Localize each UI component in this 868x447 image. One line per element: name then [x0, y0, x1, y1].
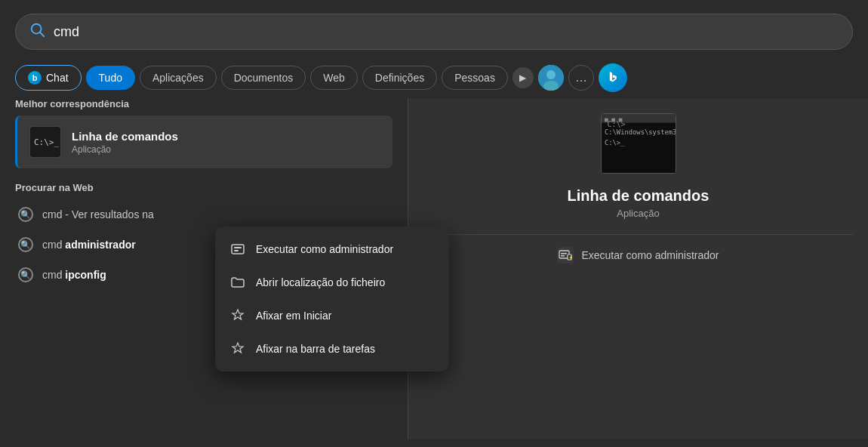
- avatar[interactable]: [538, 65, 564, 91]
- svg-text:C:\>_: C:\>_: [34, 137, 59, 147]
- best-match-item-subtitle: Aplicação: [72, 144, 178, 155]
- tab-documentos-label: Documentos: [234, 72, 294, 84]
- svg-text:C:\Windows\system32: C:\Windows\system32: [604, 128, 675, 136]
- web-search-label-admin: cmd administrador: [42, 239, 136, 251]
- right-panel-app-type: Aplicação: [617, 208, 659, 219]
- svg-rect-16: [561, 253, 567, 254]
- right-panel-app-name: Linha de comandos: [568, 187, 709, 205]
- right-panel: ■ ■ ■ C:\Windows\system32 C:\>_ Linha de…: [408, 98, 868, 439]
- svg-point-3: [546, 70, 556, 79]
- search-input-text: cmd: [54, 24, 839, 40]
- tab-aplicacoes[interactable]: Aplicações: [140, 66, 217, 90]
- tab-chat-label: Chat: [46, 72, 69, 84]
- tab-pessoas[interactable]: Pessoas: [442, 66, 508, 90]
- svg-rect-17: [561, 255, 565, 257]
- web-search-title: Procurar na Web: [15, 182, 392, 193]
- tab-tudo-label: Tudo: [99, 72, 122, 84]
- ctx-run-as-admin[interactable]: Executar como administrador: [215, 233, 449, 266]
- web-search-label-ipconfig: cmd ipconfig: [42, 269, 106, 281]
- tabs-row: b Chat Tudo Aplicações Documentos Web De…: [0, 57, 868, 98]
- svg-rect-7: [232, 245, 244, 254]
- svg-line-1: [40, 32, 44, 36]
- right-panel-action-row[interactable]: ⚡ Executar como administrador: [557, 247, 719, 264]
- best-match-text: Linha de comandos Aplicação: [72, 130, 178, 155]
- app-preview-icon: ■ ■ ■ C:\Windows\system32 C:\>_: [601, 113, 676, 174]
- ctx-run-as-admin-label: Executar como administrador: [256, 243, 393, 255]
- search-bar-container: cmd: [0, 0, 868, 57]
- tab-documentos[interactable]: Documentos: [221, 66, 306, 90]
- tab-web[interactable]: Web: [310, 66, 358, 90]
- ctx-pin-start-label: Afixar em Iniciar: [256, 310, 331, 322]
- web-search-label-cmd: cmd - Ver resultados na: [42, 208, 154, 220]
- tab-chat[interactable]: b Chat: [15, 65, 82, 91]
- play-button[interactable]: ▶: [512, 67, 534, 88]
- tab-aplicacoes-label: Aplicações: [152, 72, 204, 84]
- best-match-item-title: Linha de comandos: [72, 130, 178, 143]
- ctx-open-location-label: Abrir localização do ficheiro: [256, 276, 385, 288]
- right-panel-action-label: Executar como administrador: [581, 249, 719, 261]
- bing-chat-icon: b: [28, 71, 42, 85]
- search-icon: [29, 22, 46, 42]
- ctx-pin-taskbar-label: Afixar na barra de tarefas: [256, 343, 375, 355]
- right-panel-action-icon: ⚡: [557, 247, 574, 264]
- ctx-pin-taskbar[interactable]: Afixar na barra de tarefas: [215, 332, 449, 365]
- search-circle-icon-3: 🔍: [18, 267, 33, 282]
- pin-start-icon: [230, 308, 245, 323]
- ctx-pin-start[interactable]: Afixar em Iniciar: [215, 299, 449, 332]
- tab-definicoes-label: Definições: [375, 72, 424, 84]
- search-bar[interactable]: cmd: [15, 14, 853, 50]
- svg-rect-9: [234, 250, 239, 251]
- search-circle-icon-2: 🔍: [18, 237, 33, 252]
- best-match-title: Melhor correspondência: [15, 98, 392, 109]
- tab-pessoas-label: Pessoas: [454, 72, 495, 84]
- pin-taskbar-icon: [230, 341, 245, 356]
- tab-web-label: Web: [323, 72, 345, 84]
- more-options-button[interactable]: …: [568, 65, 594, 91]
- svg-rect-8: [234, 247, 242, 248]
- main-content: Melhor correspondência C:\>_ Linha de co…: [0, 98, 868, 439]
- tab-tudo[interactable]: Tudo: [86, 66, 135, 90]
- svg-text:■ ■ ■: ■ ■ ■: [604, 116, 622, 123]
- svg-text:C:\>_: C:\>_: [604, 139, 624, 146]
- ctx-open-location[interactable]: Abrir localização do ficheiro: [215, 266, 449, 299]
- run-as-admin-icon: [230, 242, 245, 257]
- web-search-item-cmd[interactable]: 🔍 cmd - Ver resultados na: [15, 199, 392, 230]
- folder-open-icon: [230, 275, 245, 290]
- right-panel-divider: [423, 234, 853, 235]
- best-match-item[interactable]: C:\>_ Linha de comandos Aplicação: [15, 116, 392, 168]
- cmd-app-icon: C:\>_: [29, 126, 61, 158]
- search-circle-icon: 🔍: [18, 207, 33, 222]
- left-panel: Melhor correspondência C:\>_ Linha de co…: [0, 98, 408, 439]
- svg-text:⚡: ⚡: [568, 254, 572, 260]
- context-menu: Executar como administrador Abrir locali…: [215, 227, 449, 371]
- tab-definicoes[interactable]: Definições: [362, 66, 437, 90]
- bing-button[interactable]: [599, 63, 627, 92]
